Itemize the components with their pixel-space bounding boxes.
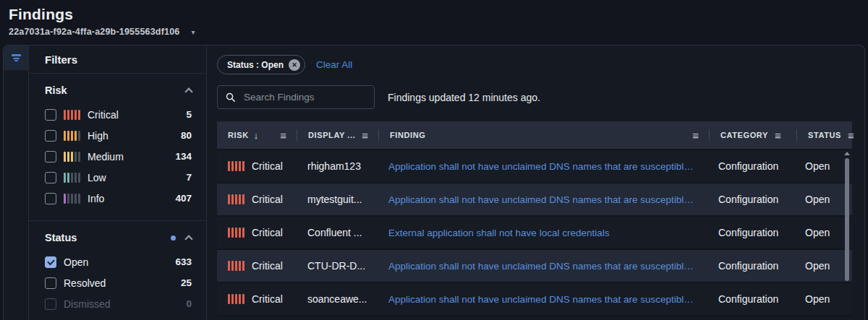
column-header-category[interactable]: CATEGORY≡ — [710, 121, 796, 149]
checkbox[interactable] — [45, 151, 56, 163]
column-menu-icon[interactable]: ≡ — [362, 129, 368, 142]
column-header-status[interactable]: STATUS≡ — [797, 121, 859, 149]
filter-toggle-button[interactable] — [4, 46, 28, 70]
checkbox[interactable] — [45, 109, 56, 121]
table-scrollbar[interactable] — [844, 152, 850, 281]
filter-section-header[interactable]: Status — [45, 230, 192, 246]
filters-sections: RiskCritical5High80Medium134Low7Info407S… — [29, 74, 206, 320]
filter-section-header[interactable]: Risk — [45, 82, 192, 98]
status-cell: Open — [794, 293, 856, 305]
table-header-row: RISK↓≡DISPLAY ...≡FINDING≡CATEGORY≡STATU… — [217, 121, 852, 150]
display-name-cell: soanceawe... — [297, 293, 378, 305]
filter-item-label: Dismissed — [64, 298, 111, 310]
display-name-cell: CTU-DR-D... — [297, 260, 378, 272]
table-row[interactable]: Criticalsoanceawe...Application shall no… — [217, 283, 852, 316]
risk-bars-icon — [64, 110, 80, 120]
risk-label: Critical — [252, 260, 283, 272]
filter-section-name: Risk — [45, 85, 67, 96]
filter-item-label: High — [88, 130, 109, 142]
column-header-risk[interactable]: RISK↓≡ — [217, 121, 297, 149]
risk-bars-icon — [228, 194, 244, 204]
findings-table-body: Criticalrhigham123Application shall not … — [217, 150, 852, 316]
page-header: Findings 22a7031a-f92a-4ffa-a29b-1955563… — [0, 0, 868, 45]
findings-table: RISK↓≡DISPLAY ...≡FINDING≡CATEGORY≡STATU… — [217, 121, 852, 316]
filter-item-high[interactable]: High80 — [45, 125, 192, 146]
checkbox[interactable] — [45, 172, 56, 183]
search-row: Findings updated 12 minutes ago. — [217, 85, 852, 109]
chip-remove-icon[interactable]: ✕ — [289, 59, 300, 71]
risk-label: Critical — [252, 293, 283, 305]
column-header-finding[interactable]: FINDING≡ — [379, 121, 709, 149]
scrollbar-thumb[interactable] — [845, 158, 849, 281]
filter-item-count: 407 — [175, 193, 192, 204]
filter-item-open[interactable]: Open633 — [45, 251, 192, 272]
filter-chip-label: Status : Open — [227, 60, 284, 70]
category-cell: Configuration — [707, 293, 794, 305]
search-input[interactable] — [242, 91, 367, 103]
sort-desc-icon[interactable]: ↓ — [254, 130, 259, 141]
column-menu-icon[interactable]: ≡ — [280, 129, 286, 142]
risk-cell: Critical — [217, 194, 297, 205]
checkbox[interactable] — [45, 193, 56, 204]
risk-bars-icon — [228, 294, 244, 304]
filter-section-risk: RiskCritical5High80Medium134Low7Info407 — [29, 74, 206, 220]
table-row[interactable]: CriticalCTU-DR-D...Application shall not… — [217, 250, 852, 283]
filter-item-label: Critical — [88, 109, 119, 121]
finding-link[interactable]: External application shall not have loca… — [378, 228, 707, 238]
findings-page: Findings 22a7031a-f92a-4ffa-a29b-1955563… — [0, 0, 868, 320]
chevron-up-icon[interactable] — [184, 87, 192, 95]
scroll-up-icon[interactable] — [844, 152, 850, 155]
risk-bars-icon — [64, 131, 80, 141]
filter-item-count: 0 — [186, 298, 192, 309]
scope-selector[interactable]: 22a7031a-f92a-4ffa-a29b-1955563df106 ▾ — [9, 27, 868, 37]
active-filters-row: Status : Open ✕ Clear All — [217, 55, 852, 74]
risk-cell: Critical — [217, 160, 297, 172]
checkbox[interactable] — [45, 130, 56, 142]
risk-label: Critical — [252, 160, 283, 172]
filter-item-label: Info — [88, 193, 104, 204]
filter-item-info[interactable]: Info407 — [45, 188, 192, 209]
finding-link[interactable]: Application shall not have unclaimed DNS… — [378, 261, 707, 272]
table-row[interactable]: CriticalConfluent ...External applicatio… — [217, 217, 852, 250]
findings-updated-text: Findings updated 12 minutes ago. — [388, 92, 540, 103]
category-cell: Configuration — [707, 260, 794, 272]
finding-link[interactable]: Application shall not have unclaimed DNS… — [378, 161, 707, 172]
risk-bars-icon — [64, 152, 80, 162]
filter-item-count: 633 — [175, 256, 192, 267]
filter-item-count: 7 — [186, 172, 192, 183]
filter-item-medium[interactable]: Medium134 — [45, 146, 192, 167]
chevron-up-icon[interactable] — [184, 235, 192, 243]
finding-link[interactable]: Application shall not have unclaimed DNS… — [378, 194, 707, 205]
filter-item-low[interactable]: Low7 — [45, 167, 192, 188]
table-row[interactable]: Criticalrhigham123Application shall not … — [217, 150, 852, 183]
display-name-cell: Confluent ... — [297, 227, 378, 238]
column-label: FINDING — [390, 131, 425, 139]
column-label: DISPLAY ... — [308, 131, 355, 139]
filter-item-label: Resolved — [64, 277, 106, 289]
category-cell: Configuration — [707, 227, 794, 238]
filter-section-status: StatusOpen633Resolved25Dismissed0 — [29, 220, 206, 320]
checkbox[interactable] — [45, 277, 56, 289]
filter-item-critical[interactable]: Critical5 — [45, 104, 192, 125]
clear-all-link[interactable]: Clear All — [316, 59, 352, 70]
column-menu-icon[interactable]: ≡ — [692, 129, 699, 142]
column-menu-icon[interactable]: ≡ — [775, 129, 781, 142]
filter-item-dismissed: Dismissed0 — [45, 293, 192, 314]
filter-item-resolved[interactable]: Resolved25 — [45, 272, 192, 293]
column-header-display[interactable]: DISPLAY ...≡ — [297, 121, 378, 149]
filter-item-count: 25 — [181, 277, 192, 288]
table-row[interactable]: Criticalmytestguit...Application shall n… — [217, 183, 852, 217]
filter-item-count: 134 — [175, 151, 192, 162]
content-panel: Filters RiskCritical5High80Medium134Low7… — [3, 45, 865, 320]
category-cell: Configuration — [707, 194, 794, 205]
search-findings-box[interactable] — [217, 85, 375, 109]
chevron-down-icon[interactable]: ▾ — [192, 28, 195, 36]
checkbox[interactable] — [45, 256, 56, 268]
risk-bars-icon — [228, 161, 244, 171]
filter-chip-status-open[interactable]: Status : Open ✕ — [217, 55, 305, 74]
filter-item-label: Low — [88, 172, 106, 183]
column-menu-icon[interactable]: ≡ — [848, 129, 854, 142]
filter-rail — [4, 46, 29, 320]
finding-link[interactable]: Application shall not have unclaimed DNS… — [378, 294, 707, 305]
risk-bars-icon — [64, 194, 80, 204]
